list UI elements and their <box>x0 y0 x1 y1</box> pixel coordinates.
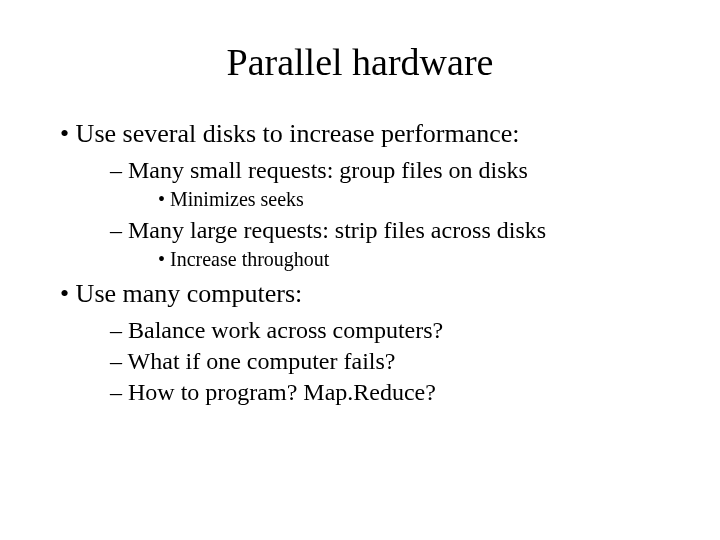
bullet-increase-throughput: Increase throughout <box>158 248 680 271</box>
bullet-many-computers: Use many computers: <box>60 279 680 309</box>
bullet-large-requests: Many large requests: strip files across … <box>110 217 680 244</box>
bullet-computer-fails: What if one computer fails? <box>110 348 680 375</box>
bullet-balance-work: Balance work across computers? <box>110 317 680 344</box>
bullet-small-requests: Many small requests: group files on disk… <box>110 157 680 184</box>
bullet-how-to-program: How to program? Map.Reduce? <box>110 379 680 406</box>
bullet-minimizes-seeks: Minimizes seeks <box>158 188 680 211</box>
slide-title: Parallel hardware <box>40 40 680 84</box>
bullet-disks: Use several disks to increase performanc… <box>60 119 680 149</box>
slide: Parallel hardware Use several disks to i… <box>0 0 720 540</box>
